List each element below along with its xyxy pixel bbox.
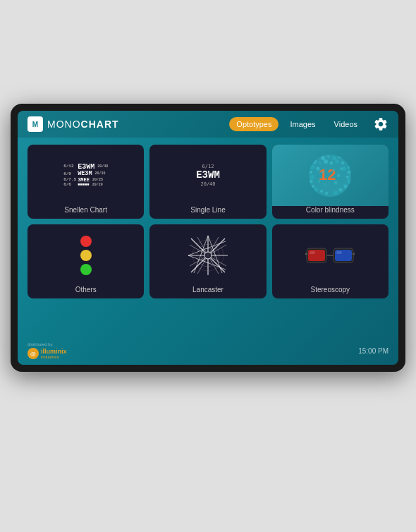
svg-rect-65: [310, 251, 315, 254]
svg-point-7: [348, 160, 350, 163]
svg-point-26: [312, 185, 314, 188]
lancaster-visual: [149, 224, 266, 286]
svg-point-4: [332, 156, 336, 160]
stereoscopy-visual: [272, 224, 389, 286]
card-color-blindness-label: Color blindness: [303, 206, 357, 214]
single-line-text: E3WM: [196, 169, 220, 181]
svg-point-37: [334, 181, 338, 184]
snellen-chart-text: 6/12 E3WM 20/40 6/9 WE3M 20/30 6/7.5 3ME…: [59, 159, 112, 192]
card-snellen-label: Snellen Chart: [61, 206, 110, 214]
svg-point-16: [310, 165, 314, 169]
card-lancaster-label: Lancaster: [190, 286, 226, 294]
svg-point-18: [348, 166, 350, 169]
monitor: M MONOCHART Optotypes Images Videos: [11, 104, 405, 372]
logo-text: MONOCHART: [47, 119, 119, 130]
card-grid: 6/12 E3WM 20/40 6/9 WE3M 20/30 6/7.5 3ME…: [18, 139, 398, 304]
svg-point-13: [335, 159, 339, 164]
card-others[interactable]: Others: [27, 224, 144, 298]
distributed-by-text: distributed by: [27, 342, 67, 346]
screen: M MONOCHART Optotypes Images Videos: [18, 111, 398, 365]
svg-point-36: [337, 174, 340, 177]
logo-chart: CHART: [81, 119, 119, 130]
settings-icon[interactable]: [373, 116, 389, 132]
illuminix-logo: @ illuminix industries: [27, 348, 67, 359]
illuminix-name: illuminix: [41, 348, 67, 355]
ishihara-plate: 12: [309, 155, 351, 197]
svg-point-6: [343, 156, 348, 160]
svg-point-54: [204, 252, 212, 259]
single-line-visual: 6/12 E3WM 20/40: [149, 145, 266, 206]
svg-point-8: [310, 161, 313, 164]
svg-point-31: [334, 191, 338, 195]
svg-point-21: [348, 170, 351, 174]
traffic-light: [80, 236, 92, 275]
traffic-light-visual: [27, 224, 144, 286]
snellen-visual: 6/12 E3WM 20/40 6/9 WE3M 20/30 6/7.5 3ME…: [27, 145, 144, 206]
svg-point-5: [338, 155, 342, 158]
svg-point-38: [323, 183, 326, 186]
svg-point-3: [327, 155, 330, 158]
tab-images[interactable]: Images: [283, 117, 322, 131]
card-color-blindness[interactable]: 12 Color blindness: [272, 145, 389, 219]
illuminix-sub: industries: [41, 355, 67, 359]
traffic-light-yellow: [80, 250, 92, 261]
svg-point-28: [314, 188, 318, 192]
card-snellen[interactable]: 6/12 E3WM 20/40 6/9 WE3M 20/30 6/7.5 3ME…: [27, 145, 144, 219]
footer: distributed by @ illuminix industries 15…: [18, 339, 398, 362]
card-lancaster[interactable]: Lancaster: [149, 224, 266, 298]
time-display: 15:00 PM: [358, 347, 389, 355]
svg-point-41: [317, 169, 319, 171]
svg-point-40: [340, 167, 343, 170]
traffic-light-red: [80, 236, 92, 247]
svg-point-20: [310, 171, 312, 174]
nav-tabs: Optotypes Images Videos: [229, 116, 389, 132]
svg-point-25: [347, 179, 351, 183]
svg-point-12: [330, 161, 334, 164]
svg-point-27: [344, 184, 348, 188]
logo-icon: M: [27, 116, 43, 132]
svg-point-1: [316, 155, 319, 158]
svg-point-14: [341, 162, 344, 164]
card-stereoscopy-label: Stereoscopy: [308, 286, 353, 294]
header: M MONOCHART Optotypes Images Videos: [18, 111, 398, 138]
illuminix-icon: @: [27, 348, 39, 359]
svg-point-2: [321, 156, 325, 160]
svg-point-11: [324, 159, 328, 164]
svg-point-10: [319, 162, 322, 164]
logo-mono: MONO: [47, 119, 81, 130]
svg-point-24: [310, 179, 313, 183]
tab-optotypes[interactable]: Optotypes: [229, 117, 279, 131]
svg-point-9: [312, 159, 317, 164]
svg-point-22: [310, 175, 314, 179]
traffic-light-green: [80, 264, 92, 275]
svg-point-35: [332, 168, 336, 171]
lancaster-starburst-svg: [187, 234, 229, 277]
card-single-line-label: Single Line: [188, 206, 228, 214]
card-single-line[interactable]: 6/12 E3WM 20/40 Single Line: [149, 145, 266, 219]
svg-point-23: [346, 176, 349, 179]
svg-point-15: [346, 159, 350, 163]
svg-point-34: [322, 171, 324, 174]
svg-point-0: [310, 156, 314, 160]
glasses-svg: [305, 241, 355, 270]
color-blindness-visual: 12: [272, 145, 389, 206]
card-others-label: Others: [73, 286, 99, 294]
brand-info: distributed by @ illuminix industries: [27, 342, 67, 359]
svg-point-39: [319, 180, 321, 182]
svg-rect-66: [336, 251, 342, 254]
logo: M MONOCHART: [27, 116, 119, 132]
card-stereoscopy[interactable]: Stereoscopy: [272, 224, 389, 298]
svg-point-32: [325, 192, 328, 195]
svg-point-29: [320, 190, 323, 193]
tab-videos[interactable]: Videos: [327, 117, 365, 131]
svg-point-30: [339, 188, 343, 191]
